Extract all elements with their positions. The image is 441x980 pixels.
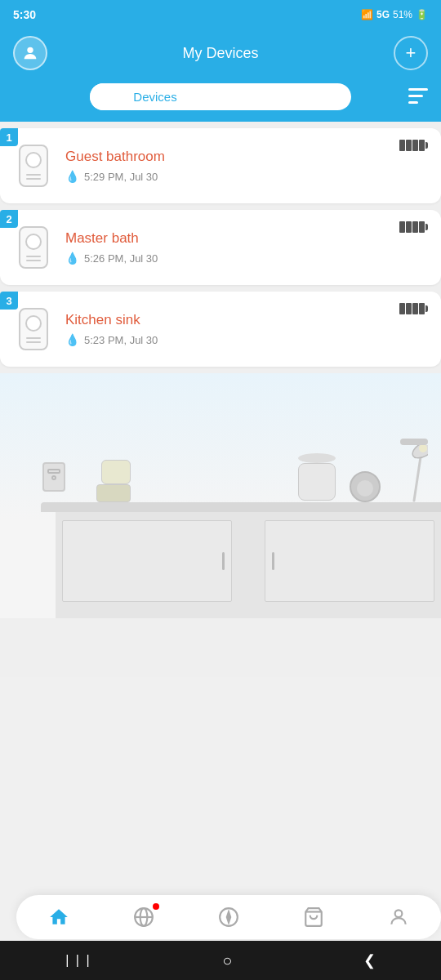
svg-rect-2	[408, 95, 423, 97]
system-nav-bar: | | | ○ ❮	[0, 941, 441, 980]
echo-dot	[350, 471, 381, 502]
desk-top	[41, 502, 441, 512]
illustration-area	[0, 373, 441, 618]
page-title: My Devices	[182, 45, 258, 62]
main-content: 1	[0, 122, 441, 677]
battery-label: 51%	[393, 9, 412, 20]
device-card-1[interactable]: 1	[0, 128, 441, 203]
door-handle-right	[272, 552, 274, 570]
outlet-illustration	[42, 462, 65, 492]
recents-button[interactable]: | | |	[65, 953, 91, 968]
status-time: 5:30	[13, 8, 36, 21]
nav-profile[interactable]	[375, 903, 422, 931]
water-drop-icon-3: 💧	[65, 333, 79, 346]
device-list: 1	[0, 122, 441, 367]
globe-icon	[133, 906, 154, 928]
device-info-2: Master bath 💧 5:26 PM, Jul 30	[65, 230, 428, 265]
svg-marker-11	[227, 912, 230, 923]
water-drop-icon-1: 💧	[65, 170, 79, 183]
tab-smarts[interactable]: Smarts	[220, 83, 351, 110]
device-name-3: Kitchen sink	[65, 312, 428, 328]
add-device-button[interactable]: +	[394, 36, 428, 70]
signal-label: 5G	[376, 9, 390, 20]
status-icons: 📶 5G 51% 🔋	[361, 9, 428, 20]
person-icon	[388, 906, 409, 928]
tab-container: Devices Smarts	[90, 83, 351, 110]
battery-full-icon-1	[399, 140, 428, 151]
cart-icon	[303, 906, 324, 928]
back-button[interactable]: ❮	[363, 951, 376, 969]
tab-devices[interactable]: Devices	[90, 83, 220, 110]
nav-globe[interactable]	[120, 903, 167, 931]
device-name-1: Guest bathroom	[65, 149, 428, 165]
device-time-1: 💧 5:29 PM, Jul 30	[65, 170, 428, 183]
wifi-icon: 📶	[361, 9, 373, 20]
svg-point-0	[27, 47, 33, 53]
device-info-3: Kitchen sink 💧 5:23 PM, Jul 30	[65, 312, 428, 346]
svg-rect-3	[408, 101, 418, 104]
device-time-3: 💧 5:23 PM, Jul 30	[65, 333, 428, 346]
door-handle-left	[222, 552, 225, 570]
svg-rect-1	[408, 88, 428, 91]
nav-cart[interactable]	[290, 903, 337, 931]
smart-speaker	[295, 453, 339, 502]
robot-toy	[96, 460, 136, 502]
nav-compass[interactable]	[205, 903, 252, 931]
status-bar: 5:30 📶 5G 51% 🔋	[0, 0, 441, 29]
svg-line-4	[414, 452, 421, 501]
water-drop-icon-2: 💧	[65, 252, 79, 265]
svg-point-13	[395, 910, 403, 917]
bottom-nav	[16, 895, 441, 939]
home-icon	[48, 906, 69, 928]
menu-icon[interactable]	[408, 88, 428, 109]
device-card-2[interactable]: 2	[0, 210, 441, 285]
desk-lamp	[400, 439, 428, 502]
battery-full-icon-3	[399, 303, 428, 314]
desk-door-left	[62, 520, 232, 602]
home-button[interactable]: ○	[222, 951, 232, 970]
header: My Devices +	[0, 29, 441, 83]
sensor-icon-2	[13, 223, 54, 272]
device-card-3[interactable]: 3	[0, 292, 441, 367]
device-number-2: 2	[0, 210, 18, 228]
device-info-1: Guest bathroom 💧 5:29 PM, Jul 30	[65, 149, 428, 183]
plus-icon: +	[406, 42, 416, 64]
desk-body	[56, 512, 441, 618]
battery-full-icon-2	[399, 221, 428, 233]
device-name-2: Master bath	[65, 230, 428, 247]
device-number-3: 3	[0, 292, 18, 310]
tab-bar: Devices Smarts	[0, 83, 441, 122]
avatar[interactable]	[13, 36, 47, 70]
notification-badge	[153, 903, 159, 910]
compass-icon	[218, 906, 239, 928]
device-time-2: 💧 5:26 PM, Jul 30	[65, 252, 428, 265]
desk-door-right	[265, 520, 434, 602]
device-number-1: 1	[0, 128, 18, 146]
sensor-icon-3	[13, 305, 54, 354]
nav-home[interactable]	[35, 903, 82, 931]
sensor-icon-1	[13, 141, 54, 190]
battery-icon: 🔋	[416, 9, 428, 20]
